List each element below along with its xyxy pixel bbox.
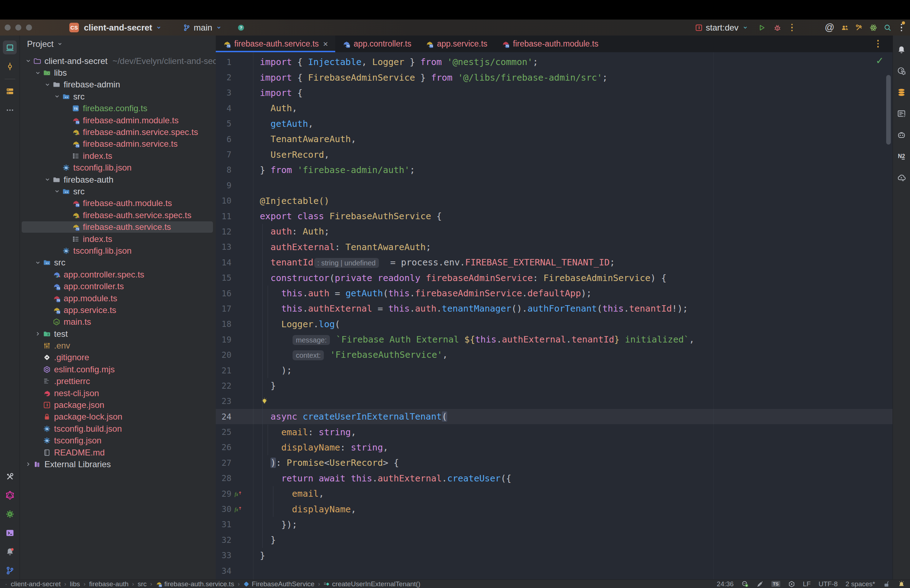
highlighting-level[interactable] (756, 580, 764, 588)
code-line-12[interactable]: 12 auth: Auth; (216, 224, 893, 239)
window-close-button[interactable] (5, 24, 11, 31)
tree-item-.prettierrc[interactable]: .prettierrc (20, 376, 216, 387)
line-number[interactable]: 16 (216, 289, 232, 298)
line-number[interactable]: 4 (216, 104, 232, 113)
code-line-32[interactable]: 32 } (216, 532, 893, 548)
code-line-27[interactable]: 27 ): Promise<UserRecord> { (216, 455, 893, 470)
line-number[interactable]: 14 (216, 258, 232, 267)
code-line-26[interactable]: 26 displayName: string, (216, 440, 893, 455)
run-button[interactable] (758, 24, 766, 32)
editor-tab-2[interactable]: TSapp.service.ts (418, 36, 494, 52)
line-number[interactable]: 1 (216, 58, 232, 67)
tree-item-firebase-admin.service.ts[interactable]: TSfirebase-admin.service.ts (20, 138, 216, 150)
tree-item-firebase-auth.service.ts[interactable]: TSfirebase-auth.service.ts (20, 221, 216, 233)
debug-button[interactable] (774, 24, 781, 32)
window-minimize-button[interactable] (15, 24, 21, 31)
code-line-8[interactable]: 8} from 'firebase-admin/auth'; (216, 162, 893, 178)
line-number[interactable]: 8 (216, 165, 232, 174)
line-number[interactable]: 20 (216, 350, 232, 360)
tree-item-firebase-auth[interactable]: firebase-auth (20, 174, 216, 186)
line-number[interactable]: 23 (216, 396, 232, 406)
editor-tab-1[interactable]: TSapp.controller.ts (335, 36, 418, 52)
code-line-14[interactable]: 14 tenantId: string | undefined = proces… (216, 255, 893, 270)
cloud-code[interactable] (894, 171, 908, 185)
help-button[interactable]: ? (237, 24, 245, 32)
line-number[interactable]: 12 (216, 227, 232, 236)
tree-item-firebase-auth.module.ts[interactable]: TSfirebase-auth.module.ts (20, 197, 216, 209)
line-separator[interactable]: LF (803, 580, 811, 588)
tree-item-client-and-secret[interactable]: client-and-secret~/dev/Evelyn/client-and… (20, 55, 216, 67)
tree-item-src[interactable]: src (20, 257, 216, 268)
breadcrumb-FirebaseAuthService[interactable]: FirebaseAuthService (243, 580, 314, 588)
code-line-18[interactable]: 18 Logger.log( (216, 317, 893, 332)
copilot-chat[interactable] (894, 128, 908, 142)
file-writable[interactable] (883, 580, 890, 588)
line-number[interactable]: 5 (216, 119, 232, 128)
code-line-17[interactable]: 17 this.authExternal = this.auth.tenantM… (216, 301, 893, 316)
line-number[interactable]: 17 (216, 304, 232, 313)
code-line-31[interactable]: 31 }); (216, 517, 893, 532)
indent-style[interactable]: 2 spaces* (846, 580, 875, 588)
line-number[interactable]: 10 (216, 196, 232, 205)
breadcrumb-libs[interactable]: libs (70, 580, 80, 588)
tree-item-firebase-admin.module.ts[interactable]: TSfirebase-admin.module.ts (20, 115, 216, 126)
tool-build[interactable] (3, 469, 17, 483)
code-line-16[interactable]: 16 this.auth = getAuth(this.firebaseAdmi… (216, 286, 893, 301)
notifications[interactable] (894, 43, 908, 57)
documentation[interactable] (894, 107, 908, 121)
code-line-21[interactable]: 21 ); (216, 363, 893, 378)
code-line-5[interactable]: 5 getAuth, (216, 116, 893, 131)
line-number[interactable]: 18 (216, 320, 232, 329)
tool-services[interactable] (3, 507, 17, 521)
breadcrumb-src[interactable]: src (138, 580, 146, 588)
run-more-kebab-icon[interactable] (787, 24, 797, 32)
tree-item-index.ts[interactable]: index.ts (20, 150, 216, 162)
line-number[interactable]: 28 (216, 473, 232, 483)
breadcrumb-client-and-secret[interactable]: client-and-secret (11, 580, 60, 588)
code-line-11[interactable]: 11export class FirebaseAuthService { (216, 208, 893, 224)
typescript-service[interactable]: TS (771, 581, 780, 587)
line-number[interactable]: 2 (216, 73, 232, 82)
line-number[interactable]: 6 (216, 135, 232, 144)
tree-item-package-lock.json[interactable]: package-lock.json (20, 411, 216, 423)
tree-item-External Libraries[interactable]: External Libraries (20, 458, 216, 470)
tool-graphql[interactable] (3, 488, 17, 502)
project-panel-header[interactable]: Project (20, 36, 216, 52)
tab-close-icon[interactable]: × (323, 40, 328, 48)
code-with-me-icon[interactable]: @ (825, 22, 834, 33)
code-line-29[interactable]: 29fx email, (216, 486, 893, 501)
line-number[interactable]: 15 (216, 273, 232, 283)
database[interactable] (894, 85, 908, 100)
tree-item-app.controller.spec.ts[interactable]: app.controller.spec.ts (20, 268, 216, 280)
code-line-2[interactable]: 2import { FirebaseAdminService } from '@… (216, 69, 893, 85)
tool-project[interactable] (3, 40, 17, 54)
tree-item-tsconfig.lib.json[interactable]: TStsconfig.lib.json (20, 245, 216, 257)
code-line-24[interactable]: 24 async createUserInExternalTenant( (216, 409, 893, 424)
line-number[interactable]: 13 (216, 242, 232, 252)
users-icon[interactable] (841, 24, 849, 32)
tool-terminal[interactable] (3, 526, 17, 540)
tree-item-package.json[interactable]: package.json (20, 399, 216, 411)
code-line-28[interactable]: 28 return await this.authExternal.create… (216, 471, 893, 486)
code-line-9[interactable]: 9 (216, 178, 893, 193)
tree-item-tsconfig.json[interactable]: TStsconfig.json (20, 435, 216, 447)
code-line-25[interactable]: 25 email: string, (216, 424, 893, 439)
code-line-4[interactable]: 4 Auth, (216, 100, 893, 116)
tree-item-app.controller.ts[interactable]: TSapp.controller.ts (20, 280, 216, 292)
tree-item-main.ts[interactable]: JSmain.ts (20, 316, 216, 328)
code-editor[interactable]: 1import { Injectable, Logger } from '@ne… (216, 52, 893, 580)
breadcrumb-createUserInExternalTenant()[interactable]: createUserInExternalTenant() (324, 580, 420, 588)
tree-item-src[interactable]: src (20, 90, 216, 102)
tree-item-nest-cli.json[interactable]: nest-cli.json (20, 387, 216, 399)
tab-options-kebab-icon[interactable] (873, 40, 883, 48)
window-zoom-button[interactable] (26, 24, 32, 31)
code-line-10[interactable]: 10@Injectable() (216, 193, 893, 208)
editor-scrollbar[interactable] (886, 75, 891, 145)
tree-item-.gitignore[interactable]: .gitignore (20, 352, 216, 363)
tree-item-libs[interactable]: libs (20, 67, 216, 79)
branch-selector[interactable]: main (183, 23, 222, 33)
tree-item-tsconfig.build.json[interactable]: TStsconfig.build.json (20, 423, 216, 435)
file-encoding[interactable]: UTF-8 (819, 580, 838, 588)
tree-item-src[interactable]: src (20, 186, 216, 197)
ai-assistant[interactable] (894, 64, 908, 78)
